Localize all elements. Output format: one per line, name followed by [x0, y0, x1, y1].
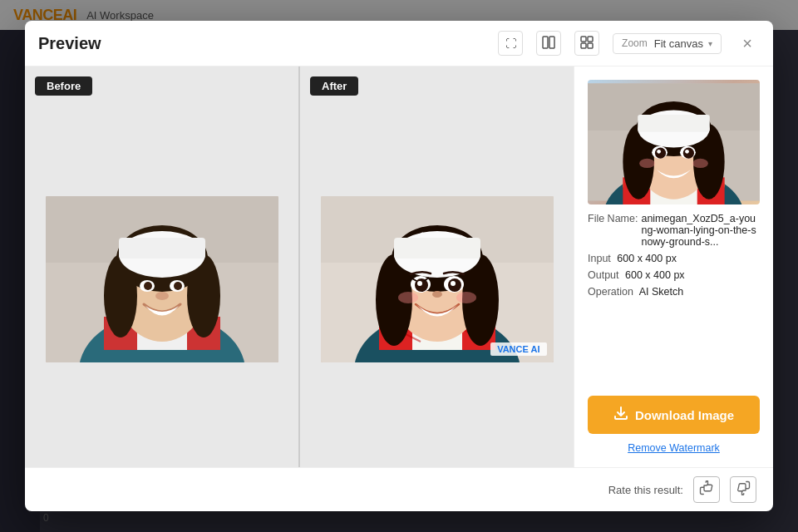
output-value: 600 x 400 px [623, 269, 685, 281]
file-info: File Name: animegan_XozD5_a-young-woman-… [588, 213, 760, 298]
before-panel: Before [25, 66, 300, 467]
svg-point-43 [417, 281, 422, 286]
preview-area: Before [25, 66, 574, 467]
fullscreen-icon: ⛶ [505, 37, 516, 50]
modal-footer: Rate this result: [25, 467, 773, 511]
grid-view-button[interactable] [574, 31, 599, 56]
input-label: Input [588, 253, 611, 264]
modal-body: Before [25, 66, 773, 467]
zoom-label: Zoom [622, 37, 648, 49]
split-view-icon [542, 36, 555, 52]
modal-title: Preview [38, 34, 101, 53]
svg-rect-3 [588, 37, 593, 42]
svg-point-45 [432, 291, 442, 298]
rate-label: Rate this result: [608, 484, 683, 496]
modal-header: Preview ⛶ Zoom Fit canvas ▾ × [25, 21, 773, 66]
svg-point-64 [683, 148, 694, 159]
svg-point-66 [685, 150, 689, 154]
right-sidebar: File Name: animegan_XozD5_a-young-woman-… [574, 66, 773, 467]
split-view-button[interactable] [536, 31, 561, 56]
output-label: Output [588, 269, 619, 281]
svg-point-21 [144, 282, 152, 290]
download-icon [613, 406, 628, 424]
after-label: After [310, 76, 358, 96]
remove-watermark-link[interactable]: Remove Watermark [588, 442, 760, 454]
close-button[interactable]: × [735, 31, 760, 56]
svg-point-65 [657, 150, 661, 154]
before-photo [46, 196, 278, 362]
svg-rect-4 [581, 43, 586, 48]
preview-modal: Preview ⛶ Zoom Fit canvas ▾ × [25, 21, 773, 511]
operation-row: Operation AI Sketch [588, 286, 760, 298]
grid-view-icon [580, 36, 594, 52]
svg-rect-5 [588, 43, 593, 48]
download-label: Download Image [635, 408, 734, 422]
input-row: Input 600 x 400 px [588, 253, 760, 264]
svg-point-68 [692, 159, 708, 168]
before-label: Before [35, 76, 92, 96]
thumbs-up-icon [699, 480, 714, 499]
file-name-row: File Name: animegan_XozD5_a-young-woman-… [588, 213, 760, 248]
svg-point-44 [451, 281, 456, 286]
watermark-badge: VANCE AI [490, 342, 546, 356]
output-row: Output 600 x 400 px [588, 269, 760, 281]
thumbs-up-button[interactable] [693, 476, 720, 503]
file-name-value: animegan_XozD5_a-young-woman-lying-on-th… [641, 213, 760, 248]
close-icon: × [742, 34, 752, 53]
file-name-label: File Name: [588, 213, 638, 248]
svg-rect-60 [638, 115, 710, 132]
svg-point-63 [655, 148, 666, 159]
thumbs-down-button[interactable] [730, 476, 756, 503]
zoom-chevron-icon: ▾ [708, 39, 712, 48]
svg-rect-2 [581, 37, 586, 42]
fullscreen-button[interactable]: ⛶ [498, 31, 523, 56]
svg-rect-0 [543, 37, 548, 48]
svg-point-67 [639, 159, 655, 168]
input-value: 600 x 400 px [614, 253, 677, 264]
svg-point-46 [398, 292, 418, 303]
zoom-control[interactable]: Zoom Fit canvas ▾ [613, 33, 722, 54]
svg-point-23 [155, 292, 169, 300]
zoom-value: Fit canvas [654, 37, 703, 50]
operation-label: Operation [588, 286, 633, 298]
download-button[interactable]: Download Image [588, 396, 760, 434]
svg-point-47 [456, 292, 476, 303]
svg-rect-38 [394, 238, 480, 259]
result-thumbnail [588, 80, 760, 204]
svg-rect-18 [119, 238, 205, 259]
svg-rect-1 [549, 37, 554, 48]
thumbs-down-icon [736, 480, 751, 499]
svg-point-22 [174, 282, 182, 290]
after-photo: VANCE AI [321, 196, 554, 362]
after-panel: After [300, 66, 574, 467]
operation-value: AI Sketch [637, 286, 683, 298]
modal-overlay: Preview ⛶ Zoom Fit canvas ▾ × [0, 0, 798, 532]
